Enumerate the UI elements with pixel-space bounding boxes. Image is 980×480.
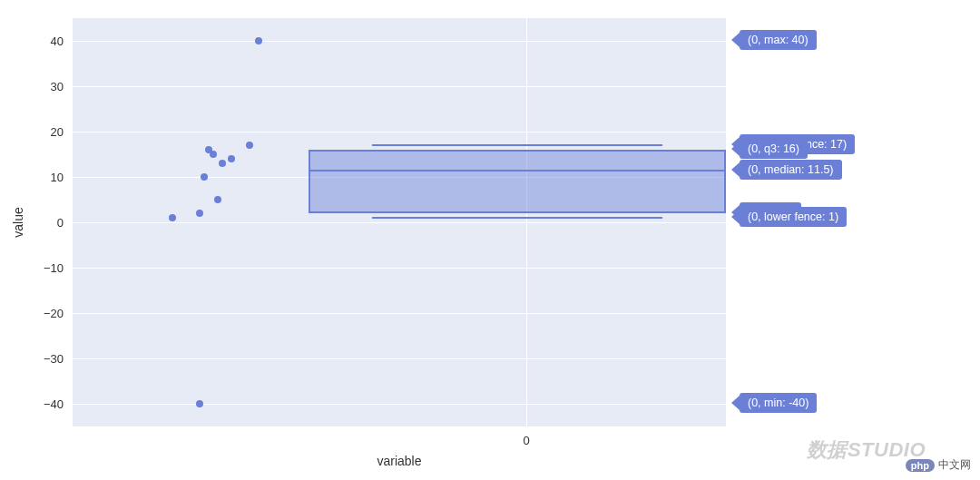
annotation-label: (0, lower fence: 1) bbox=[740, 207, 847, 227]
x-axis-label: variable bbox=[377, 454, 421, 468]
gridline-h bbox=[73, 358, 726, 359]
scatter-point bbox=[169, 214, 176, 221]
y-tick: −20 bbox=[0, 307, 64, 320]
y-tick: 20 bbox=[0, 125, 64, 139]
annotation-label: (0, median: 11.5) bbox=[740, 160, 842, 180]
y-tick: −10 bbox=[0, 261, 64, 275]
scatter-point bbox=[255, 37, 262, 44]
box-whisker-bottom bbox=[372, 217, 662, 219]
y-tick: 40 bbox=[0, 34, 64, 48]
box-median bbox=[309, 170, 726, 171]
gridline-h bbox=[73, 41, 726, 42]
scatter-point bbox=[201, 173, 208, 181]
y-tick: −30 bbox=[0, 352, 64, 366]
gridline-v bbox=[526, 18, 527, 426]
y-tick: −40 bbox=[0, 397, 64, 411]
scatter-point bbox=[228, 155, 235, 162]
y-axis-label: value bbox=[11, 207, 25, 237]
annotation-label: (0, q3: 16) bbox=[740, 139, 808, 159]
chart-frame: −40−30−20−10010203040 0 value variable (… bbox=[0, 0, 980, 480]
scatter-point bbox=[196, 210, 203, 217]
scatter-point bbox=[196, 400, 203, 407]
annotation-label: (0, max: 40) bbox=[740, 30, 817, 50]
plot-area[interactable] bbox=[73, 18, 726, 426]
scatter-point bbox=[219, 160, 226, 167]
y-tick: 30 bbox=[0, 80, 64, 93]
scatter-point bbox=[246, 142, 253, 149]
annotation-label: (0, min: -40) bbox=[740, 393, 817, 413]
box-whisker-top bbox=[372, 144, 662, 146]
scatter-point bbox=[214, 196, 221, 203]
php-badge: php 中文网 bbox=[906, 457, 971, 473]
gridline-h bbox=[73, 132, 726, 132]
scatter-point bbox=[205, 146, 212, 153]
php-badge-text: 中文网 bbox=[938, 457, 971, 473]
gridline-h bbox=[73, 86, 726, 87]
gridline-h bbox=[73, 404, 726, 405]
gridline-h bbox=[73, 268, 726, 269]
y-tick: 0 bbox=[0, 216, 64, 230]
php-badge-pill: php bbox=[906, 459, 935, 472]
y-tick: 10 bbox=[0, 171, 64, 184]
box-iqr bbox=[309, 150, 726, 213]
x-tick-0: 0 bbox=[523, 434, 529, 447]
gridline-h bbox=[73, 222, 726, 223]
gridline-h bbox=[73, 313, 726, 314]
